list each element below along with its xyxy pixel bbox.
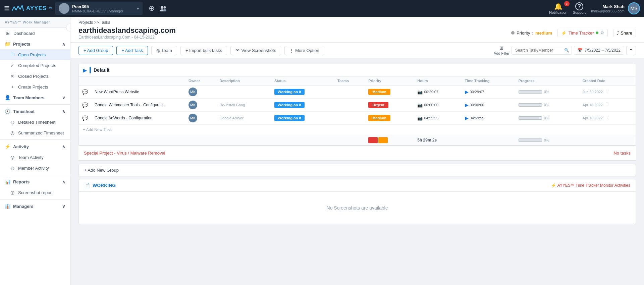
task-description-cell: Re-install Goog: [216, 99, 271, 112]
task-checkbox-cell[interactable]: 💬: [79, 99, 91, 112]
sidebar-item-closed-projects[interactable]: ✕ Closed Projects: [0, 71, 70, 81]
sidebar-item-screenshot-report[interactable]: ◎ Screenshot report: [0, 187, 70, 198]
task-priority-cell[interactable]: Medium: [365, 112, 414, 125]
working-title[interactable]: 📄 WORKING: [84, 183, 116, 188]
status-badge[interactable]: Working on it: [274, 89, 305, 95]
table-row: 💬 Google Webmaster Tools - Configurati..…: [79, 99, 636, 112]
sidebar-section-projects[interactable]: 📁 Projects ∧: [0, 39, 70, 49]
progress-bar: [519, 90, 542, 94]
color-bar-wrap: [368, 137, 411, 143]
play-icon[interactable]: ▶: [465, 102, 469, 108]
profile-name: Peer365: [72, 4, 134, 9]
support-button[interactable]: ? Support: [573, 2, 586, 14]
page-title-row: earthideaslandscaping.com EarthIdeasLand…: [78, 26, 636, 42]
task-name-cell[interactable]: Google Webmaster Tools - Configurati...: [91, 99, 185, 112]
time-tracking-value: 04:59:55: [470, 116, 484, 120]
date-range-button[interactable]: 📅 7/5/2022 ~ 7/5/2022: [574, 46, 624, 55]
summarized-timesheet-icon: ◎: [9, 130, 15, 135]
team-members-chevron-icon: ∨: [62, 95, 65, 100]
special-project-link[interactable]: Special Project - Virus / Malware Remova…: [84, 151, 165, 156]
task-icon: 💬: [82, 115, 88, 121]
task-status-cell[interactable]: Working on it: [271, 86, 334, 99]
play-icon[interactable]: ▶: [465, 115, 469, 121]
sidebar-item-summarized-timesheet[interactable]: ◎ Summarized Timesheet: [0, 127, 70, 138]
breadcrumb-separator: >>: [94, 20, 100, 25]
dashboard-icon: ⊞: [5, 31, 11, 36]
group-chevron-icon: ▶: [83, 67, 87, 73]
sidebar-item-member-activity[interactable]: ◎ Member Activity: [0, 163, 70, 173]
hours-value: 00:29:07: [424, 90, 438, 94]
add-filter-button[interactable]: ⊞ Add Filter: [494, 45, 509, 55]
share-button[interactable]: ⤴ Share: [613, 29, 636, 37]
sidebar-section-team-members[interactable]: 👤 Team Members ∨: [0, 92, 70, 103]
task-priority-cell[interactable]: Medium: [365, 86, 414, 99]
add-task-button[interactable]: + Add Task: [116, 46, 148, 55]
task-priority-cell[interactable]: Urgent: [365, 99, 414, 112]
working-doc-icon: 📄: [84, 183, 90, 188]
task-status-cell[interactable]: Working on it: [271, 99, 334, 112]
task-hours-cell: 📷 00:00:00: [414, 99, 461, 112]
more-icon[interactable]: ⋮: [605, 116, 609, 120]
task-checkbox-cell[interactable]: 💬: [79, 86, 91, 99]
time-tracker-settings-icon[interactable]: ⚙: [600, 31, 604, 35]
breadcrumb-projects[interactable]: Projects: [78, 20, 93, 25]
sidebar-item-dashboard[interactable]: ⊞ Dashboard: [0, 28, 70, 39]
task-checkbox-cell[interactable]: 💬: [79, 112, 91, 125]
add-task-cell[interactable]: + Add New Task: [79, 125, 636, 135]
table-row: 💬 New WordPress Website MK Working on it…: [79, 86, 636, 99]
sidebar-section-activity[interactable]: ⚡ Activity ∧: [0, 141, 70, 152]
search-input[interactable]: [515, 48, 562, 53]
task-name-cell[interactable]: Google AdWords - Configuration: [91, 112, 185, 125]
share-icon: ⤴: [617, 31, 619, 36]
notification-label: Notification: [549, 10, 567, 14]
view-screenshots-button[interactable]: 👁 View Screenshots: [230, 46, 281, 55]
task-name-cell[interactable]: New WordPress Website: [91, 86, 185, 99]
status-badge[interactable]: Working on it: [274, 115, 305, 121]
group-header[interactable]: ▶ Default: [79, 64, 636, 76]
breadcrumb-tasks[interactable]: Tasks: [100, 20, 110, 25]
time-tracker-button[interactable]: ⚡ Time Tracker ⚙: [557, 29, 608, 37]
activity-icon: ⚡: [5, 144, 10, 149]
view-screenshots-label: View Screenshots: [241, 48, 276, 53]
status-badge[interactable]: Working on it: [274, 102, 305, 108]
collapse-button[interactable]: ⌃: [626, 46, 636, 55]
page-header: Projects >> Tasks earthideaslandscaping.…: [70, 17, 644, 43]
sidebar-section-timesheet[interactable]: 🕐 Timesheet ∧: [0, 106, 70, 117]
sidebar-item-label: Open Projects: [18, 52, 46, 57]
task-teams-cell: [334, 99, 365, 112]
priority-badge[interactable]: Medium: [368, 89, 390, 95]
sidebar-item-detailed-timesheet[interactable]: ◎ Detailed Timesheet: [0, 117, 70, 127]
more-icon[interactable]: ⋮: [605, 103, 609, 107]
play-icon[interactable]: ▶: [465, 89, 469, 95]
logo-icon: [11, 5, 24, 12]
logo[interactable]: ☰ AYYES ™: [4, 5, 52, 12]
progress-label: 0%: [544, 90, 549, 94]
sidebar-item-completed-projects[interactable]: ✓ Completed Projects: [0, 60, 70, 71]
profile-dropdown-icon[interactable]: ▾: [137, 6, 139, 11]
import-bulk-button[interactable]: + Import bulk tasks: [180, 46, 227, 55]
summary-progress-label: 0%: [544, 138, 549, 142]
task-description-cell: Google AdWor: [216, 112, 271, 125]
sidebar-item-create-projects[interactable]: + Create Projects: [0, 81, 70, 92]
priority-badge[interactable]: Urgent: [368, 102, 388, 108]
add-new-group-button[interactable]: + Add New Group: [84, 168, 119, 173]
add-task-row[interactable]: + Add New Task: [79, 125, 636, 135]
add-group-button[interactable]: + Add Group: [78, 46, 113, 55]
add-button[interactable]: ⊕: [149, 4, 155, 13]
more-icon[interactable]: ⋮: [605, 90, 609, 94]
priority-badge[interactable]: Medium: [368, 115, 390, 121]
sidebar-item-team-activity[interactable]: ◎ Team Activity: [0, 152, 70, 163]
hamburger-icon[interactable]: ☰: [4, 5, 9, 12]
profile-selector[interactable]: Peer365 NMM-30JIA-DHECV | Manager ▾: [55, 2, 143, 15]
sidebar-item-open-projects[interactable]: ☐ Open Projects: [0, 49, 70, 60]
task-hours-cell: 📷 04:59:55: [414, 112, 461, 125]
team-button[interactable]: [159, 5, 167, 11]
user-avatar[interactable]: MS: [628, 2, 640, 14]
team-button[interactable]: ◎ Team: [151, 46, 177, 55]
sidebar-section-managers[interactable]: 👔 Managers ∨: [0, 201, 70, 212]
task-status-cell[interactable]: Working on it: [271, 112, 334, 125]
notification-button[interactable]: 🔔 3 Notification: [549, 2, 567, 14]
team-activity-icon: ◎: [9, 155, 15, 160]
more-option-button[interactable]: ⋮ More Option: [284, 46, 324, 55]
sidebar-section-reports[interactable]: 📊 Reports ∧: [0, 176, 70, 187]
